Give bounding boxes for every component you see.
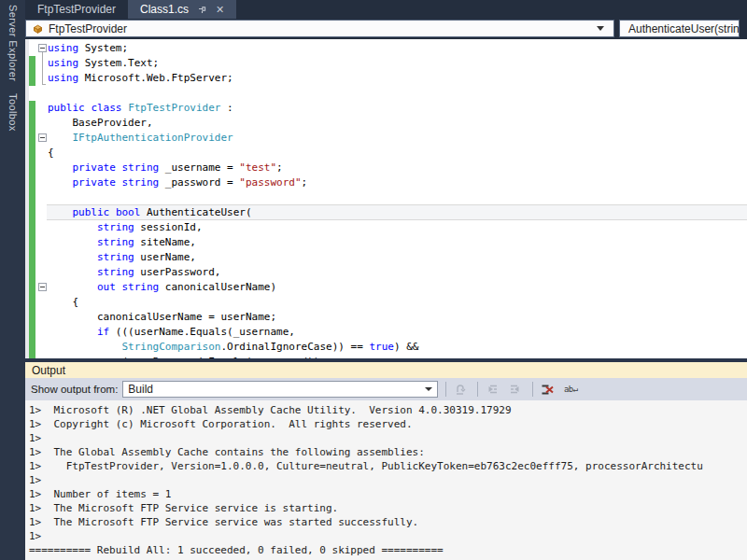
toolbar-separator [477,382,478,397]
code-line: out string canonicalUserName) [25,280,747,295]
output-lines: 1> Microsoft (R) .NET Global Assembly Ca… [29,403,747,557]
code-lines: using System;using System.Text;using Mic… [25,41,747,358]
change-tracking-bar [29,116,35,131]
output-line: 1> The Global Assembly Cache contains th… [29,445,747,459]
code-editor[interactable]: using System;using System.Text;using Mic… [25,39,747,358]
change-tracking-bar [29,280,35,295]
output-line: 1> FtpTestProvider, Version=1.0.0.0, Cul… [29,459,747,473]
sidebar-item-server-explorer[interactable]: Server Explorer [7,5,19,81]
change-tracking-bar [29,161,35,175]
change-tracking-bar [29,175,35,190]
code-line [25,190,747,205]
output-tool-window: Output Show output from: Build [25,358,747,560]
output-header[interactable]: Output [25,362,747,378]
combo-dropdown-icon [425,387,432,391]
code-line: using System; [25,41,747,56]
change-tracking-bar [29,190,35,205]
change-tracking-bar [29,310,35,325]
code-line: private string _password = "password"; [25,175,747,190]
change-tracking-bar [29,235,35,250]
change-tracking-bar [29,265,35,280]
members-dropdown[interactable]: AuthenticateUser(string sess [619,20,740,37]
sidebar-item-toolbox[interactable]: Toolbox [7,93,19,132]
word-wrap-button[interactable]: ab↵ [561,381,580,398]
member-name: AuthenticateUser(string sess [628,22,740,35]
code-line: IFtpAuthenticationProvider [25,131,747,146]
change-tracking-bar [29,71,35,86]
code-line: public bool AuthenticateUser( [25,205,747,220]
word-wrap-icon: ab↵ [564,385,578,394]
code-line: { [25,146,747,161]
types-dropdown[interactable]: FtpTestProvider [25,20,614,37]
collapse-region-icon[interactable] [38,44,47,52]
tab-label: FtpTestProvider [37,3,116,16]
change-tracking-bar [29,355,35,358]
show-output-from-label: Show output from: [31,384,118,395]
class-icon [32,23,44,35]
change-tracking-bar [29,101,35,116]
code-line: public class FtpTestProvider : [25,101,747,116]
document-tab-class1-cs[interactable]: Class1.cs✕ [128,0,236,19]
output-line: 1> [29,431,747,445]
collapse-region-icon[interactable] [38,133,47,142]
change-tracking-bar [29,340,35,355]
code-line: string userName, [25,250,747,265]
next-message-icon [509,384,522,395]
clear-all-icon [541,384,555,396]
output-line: 1> Microsoft (R) .NET Global Assembly Ca… [29,403,747,417]
output-line: 1> Copyright (c) Microsoft Corporation. … [29,417,747,431]
find-message-in-code-button[interactable] [451,381,470,398]
toolbar-separator [532,382,533,397]
clear-all-button[interactable] [538,381,557,398]
code-line: string userPassword, [25,265,747,280]
output-source-combobox[interactable]: Build [122,381,438,398]
code-line: string siteName, [25,235,747,250]
collapse-region-icon[interactable] [38,283,47,291]
output-line: 1> The Microsoft FTP Service service is … [29,501,747,515]
document-tabstrip: FtpTestProviderClass1.cs✕ [25,0,747,19]
type-name: FtpTestProvider [49,22,127,35]
code-line: string sessionId, [25,220,747,235]
output-line: ========== Rebuild All: 1 succeeded, 0 f… [29,543,747,557]
tab-label: Class1.cs [140,3,189,16]
code-line: private string _username = "test"; [25,161,747,175]
code-line: (userPassword.Equals(_password)) [25,355,747,358]
output-title: Output [32,364,65,377]
find-message-icon [455,384,467,396]
navigation-bar: FtpTestProvider AuthenticateUser(string … [25,19,747,39]
output-line: 1> Number of items = 1 [29,487,747,501]
code-line: using Microsoft.Web.FtpServer; [25,71,747,86]
output-source-value: Build [128,383,153,396]
vs-window: Server ExplorerToolbox FtpTestProviderCl… [0,0,747,560]
change-tracking-bar [29,56,35,71]
output-line: 1> The Microsoft FTP Service service was… [29,515,747,529]
tool-window-sidebar: Server ExplorerToolbox [0,0,25,560]
output-line: 1> [29,529,747,543]
change-tracking-bar [29,325,35,340]
output-toolbar: Show output from: Build [25,378,747,400]
toolbar-separator [445,382,446,397]
change-tracking-bar [29,220,35,235]
code-line [25,86,747,101]
change-tracking-bar [29,295,35,310]
previous-message-icon [486,384,499,395]
output-line: 1> [29,473,747,487]
code-line: { [25,295,747,310]
close-icon[interactable]: ✕ [216,5,224,15]
code-line: StringComparison.OrdinalIgnoreCase)) == … [25,340,747,355]
chevron-down-icon [597,26,604,31]
change-tracking-bar [29,131,35,146]
document-tab-ftptestprovider[interactable]: FtpTestProvider [25,0,128,19]
next-message-button[interactable] [506,381,525,398]
code-line: using System.Text; [25,56,747,71]
change-tracking-bar [29,146,35,161]
output-text-area[interactable]: 1> Microsoft (R) .NET Global Assembly Ca… [25,400,747,560]
code-line: canonicalUserName = userName; [25,310,747,325]
change-tracking-bar [29,250,35,265]
code-line: if (((userName.Equals(_username, [25,325,747,340]
previous-message-button[interactable] [483,381,501,398]
code-line: BaseProvider, [25,116,747,131]
pin-icon[interactable] [198,5,206,14]
change-tracking-bar [29,205,35,220]
